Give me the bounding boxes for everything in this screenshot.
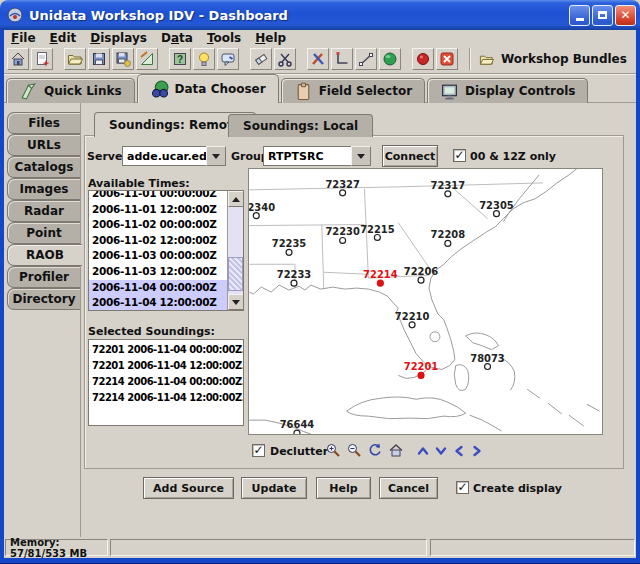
- new-window-button[interactable]: [31, 48, 53, 70]
- cancel-button[interactable]: Cancel: [379, 477, 438, 499]
- tab-soundings-local[interactable]: Soundings: Local: [228, 114, 373, 137]
- sounding-list-item[interactable]: 72214 2006-11-04 00:00:00Z...: [89, 374, 243, 390]
- connect-button[interactable]: Connect: [382, 145, 438, 167]
- times-scrollbar[interactable]: [227, 191, 243, 310]
- z-only-checkbox[interactable]: [453, 149, 466, 162]
- draw-button[interactable]: [307, 48, 329, 70]
- station-marker-78073[interactable]: [485, 364, 491, 370]
- available-times-list[interactable]: 2006-11-01 00:00:00Z2006-11-01 12:00:00Z…: [88, 190, 244, 311]
- menu-tools[interactable]: Tools: [200, 31, 248, 45]
- station-marker-72210[interactable]: [409, 322, 415, 328]
- tab-display-controls[interactable]: Display Controls: [427, 78, 588, 103]
- zoom-in-button[interactable]: [323, 440, 342, 459]
- station-marker-72327[interactable]: [340, 190, 346, 196]
- support-button[interactable]: [217, 48, 239, 70]
- tab-data-chooser[interactable]: Data Chooser: [137, 74, 279, 103]
- open-file-button[interactable]: [64, 48, 86, 70]
- time-list-item[interactable]: 2006-11-04 12:00:00Z: [89, 295, 228, 311]
- menu-data[interactable]: Data: [154, 31, 200, 45]
- tab-quick-links[interactable]: Quick Links: [6, 78, 135, 103]
- eraser-button[interactable]: [250, 48, 272, 70]
- sidebar-item-radar[interactable]: Radar: [7, 200, 80, 222]
- sounding-list-item[interactable]: 72201 2006-11-04 12:00:00Z...: [89, 358, 243, 374]
- station-marker-72215[interactable]: [374, 235, 380, 241]
- menu-displays[interactable]: Displays: [83, 31, 154, 45]
- pan-right-button[interactable]: [467, 441, 486, 460]
- group-dropdown-arrow-icon[interactable]: [351, 146, 371, 166]
- declutter-checkbox[interactable]: [252, 444, 265, 457]
- sidebar-item-images[interactable]: Images: [7, 178, 80, 200]
- tip-button[interactable]: [193, 48, 215, 70]
- home-view-button[interactable]: [386, 440, 405, 459]
- menu-file[interactable]: File: [4, 31, 43, 45]
- station-map[interactable]: 7232772317723052340722157223072208722357…: [248, 168, 603, 435]
- zoom-out-button[interactable]: [344, 440, 363, 459]
- scroll-up-icon[interactable]: [228, 191, 244, 207]
- station-marker-72214[interactable]: [377, 280, 383, 286]
- sidebar-item-files[interactable]: Files: [7, 112, 80, 134]
- title-bar[interactable]: Unidata Workshop IDV - Dashboard ✕: [0, 0, 640, 30]
- station-marker-72201[interactable]: [418, 372, 424, 378]
- pan-down-button[interactable]: [431, 441, 450, 460]
- sidebar-item-directory[interactable]: Directory: [7, 288, 80, 310]
- station-marker-72305[interactable]: [493, 211, 499, 217]
- scroll-down-icon[interactable]: [228, 294, 244, 310]
- group-value[interactable]: RTPTSRC: [263, 146, 351, 166]
- transect-button[interactable]: [355, 48, 377, 70]
- server-value[interactable]: adde.ucar.edu: [122, 146, 206, 166]
- station-marker-72235[interactable]: [286, 249, 292, 255]
- station-marker-72233[interactable]: [291, 280, 297, 286]
- update-button[interactable]: Update: [241, 477, 307, 499]
- reset-rotate-button[interactable]: [365, 440, 384, 459]
- globe-button[interactable]: [379, 48, 401, 70]
- maximize-button[interactable]: [592, 5, 613, 26]
- sidebar-item-profiler[interactable]: Profiler: [7, 266, 80, 288]
- station-marker-76644[interactable]: [294, 430, 300, 434]
- group-combobox[interactable]: RTPTSRC: [263, 146, 371, 166]
- pan-up-button[interactable]: [413, 441, 432, 460]
- menu-help[interactable]: Help: [248, 31, 293, 45]
- menu-edit[interactable]: Edit: [43, 31, 84, 45]
- time-list-item[interactable]: 2006-11-03 12:00:00Z: [89, 264, 228, 280]
- drafting-button[interactable]: [136, 48, 158, 70]
- server-combobox[interactable]: adde.ucar.edu: [122, 146, 226, 166]
- cancel-button[interactable]: [436, 48, 458, 70]
- workshop-bundles-menu[interactable]: Workshop Bundles: [478, 52, 627, 67]
- time-list-item[interactable]: 2006-11-02 00:00:00Z: [89, 217, 228, 233]
- save-as-button[interactable]: [112, 48, 134, 70]
- console-button[interactable]: ?: [169, 48, 191, 70]
- create-display-label: Create display: [473, 482, 562, 495]
- minimize-button[interactable]: [569, 5, 590, 26]
- angle-button[interactable]: [331, 48, 353, 70]
- sounding-list-item[interactable]: 72214 2006-11-04 12:00:00Z...: [89, 390, 243, 406]
- station-marker-72230[interactable]: [340, 237, 346, 243]
- cut-button[interactable]: [274, 48, 296, 70]
- time-list-item[interactable]: 2006-11-04 00:00:00Z: [89, 280, 228, 296]
- sidebar-item-raob[interactable]: RAOB: [7, 244, 82, 266]
- station-marker-72206[interactable]: [418, 277, 424, 283]
- time-list-item[interactable]: 2006-11-01 12:00:00Z: [89, 202, 228, 218]
- stop-button[interactable]: [412, 48, 434, 70]
- scrollbar-thumb[interactable]: [228, 257, 243, 291]
- toolbar-separator: [469, 48, 470, 70]
- server-dropdown-arrow-icon[interactable]: [206, 146, 226, 166]
- help-button[interactable]: Help: [316, 477, 371, 499]
- pan-left-button[interactable]: [449, 441, 468, 460]
- sidebar-item-catalogs[interactable]: Catalogs: [7, 156, 80, 178]
- station-marker-72208[interactable]: [445, 240, 451, 246]
- sounding-list-item[interactable]: 72201 2006-11-04 00:00:00Z...: [89, 342, 243, 358]
- time-list-item[interactable]: 2006-11-03 00:00:00Z: [89, 248, 228, 264]
- home-button[interactable]: [7, 48, 29, 70]
- tab-field-selector[interactable]: Field Selector: [281, 78, 425, 103]
- sidebar-item-point[interactable]: Point: [7, 222, 80, 244]
- station-marker-72317[interactable]: [445, 191, 451, 197]
- sidebar-item-urls[interactable]: URLs: [7, 134, 80, 156]
- create-display-checkbox[interactable]: [456, 481, 469, 494]
- close-button[interactable]: ✕: [615, 5, 636, 26]
- time-list-item[interactable]: 2006-11-01 00:00:00Z: [89, 190, 228, 202]
- time-list-item[interactable]: 2006-11-02 12:00:00Z: [89, 233, 228, 249]
- selected-soundings-list[interactable]: 72201 2006-11-04 00:00:00Z...72201 2006-…: [88, 339, 244, 426]
- add-source-button[interactable]: Add Source: [143, 477, 234, 499]
- save-button[interactable]: [88, 48, 110, 70]
- station-marker-2340[interactable]: [253, 213, 259, 219]
